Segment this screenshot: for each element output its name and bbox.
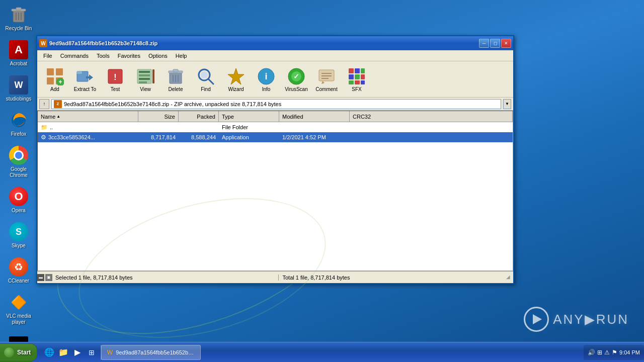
table-row[interactable]: ⚙ 3cc33ce5853624... 8,717,814 8,588,244 … — [38, 132, 513, 142]
menu-commands[interactable]: Commands — [56, 52, 93, 60]
system-clock: 9:04 PM — [619, 349, 640, 355]
desktop-icon-vlc[interactable]: 🔶 VLC media player — [3, 290, 35, 327]
menu-tools[interactable]: Tools — [93, 52, 114, 60]
find-button[interactable]: Find — [191, 63, 220, 96]
file-list-header: Name ▲ Size Packed Type Modified — [38, 111, 513, 122]
test-icon: ! — [106, 67, 124, 85]
skype-label: Skype — [12, 243, 26, 249]
tray-flag-icon[interactable]: ⚑ — [612, 349, 617, 356]
file-type-cell: File Folder — [219, 124, 279, 130]
view-button[interactable]: View — [131, 63, 160, 96]
virusscan-button[interactable]: ✓ VirusScan — [282, 63, 311, 96]
wizard-icon — [227, 67, 245, 85]
desktop-icon-acrobat[interactable]: A Acrobat — [3, 38, 35, 69]
address-bar: ↑ Z 9ed9ad87a1564fbb5e1b652b3e7148c8.zip… — [37, 98, 513, 111]
navigate-up-button[interactable]: ↑ — [39, 99, 49, 109]
minimize-button[interactable]: ─ — [479, 39, 489, 48]
tray-volume-icon[interactable]: 🔊 — [588, 349, 595, 356]
svg-rect-52 — [355, 80, 360, 84]
svg-rect-24 — [152, 69, 154, 83]
recycle-bin-label: Recycle Bin — [6, 26, 32, 32]
skype-icon: S — [9, 222, 29, 242]
window-controls: ─ ◻ ✕ — [479, 39, 511, 48]
desktop-icon-ccleaner[interactable]: ♻ CCleaner — [3, 255, 35, 286]
quick-launch-switch-icon[interactable]: ⊞ — [86, 346, 98, 358]
menu-favorites[interactable]: Favorites — [114, 52, 144, 60]
col-header-size[interactable]: Size — [138, 111, 179, 122]
status-bar: ▬ ▣ Selected 1 file, 8,717,814 bytes Tot… — [37, 271, 513, 283]
start-button[interactable]: Start — [0, 343, 37, 361]
svg-marker-34 — [228, 68, 244, 84]
desktop-icon-studiobings[interactable]: W studiobings — [3, 73, 35, 104]
quick-launch-ie-icon[interactable]: 🌐 — [43, 346, 55, 358]
svg-rect-2 — [16, 8, 21, 10]
file-size-cell: 8,717,814 — [138, 134, 179, 140]
delete-icon — [167, 67, 185, 85]
desktop-icon-chrome[interactable]: Google Chrome — [3, 143, 35, 180]
delete-button[interactable]: Delete — [161, 63, 190, 96]
virusscan-label: VirusScan — [285, 86, 307, 92]
col-header-modified[interactable]: Modified — [279, 111, 350, 122]
menu-options[interactable]: Options — [144, 52, 172, 60]
chrome-icon — [9, 145, 29, 165]
info-button[interactable]: i Info — [252, 63, 281, 96]
info-icon: i — [257, 67, 275, 85]
quick-launch-folder-icon[interactable]: 📁 — [57, 346, 69, 358]
desktop-icon-skype[interactable]: S Skype — [3, 220, 35, 251]
close-button[interactable]: ✕ — [501, 39, 511, 48]
start-label: Start — [17, 349, 31, 356]
taskbar-winrar-item[interactable]: W 9ed9ad87a1564fbb5e1b652b3e7148c8.zip — [101, 345, 201, 360]
desktop-icon-recycle-bin[interactable]: Recycle Bin — [3, 3, 35, 34]
taskbar-tasks: W 9ed9ad87a1564fbb5e1b652b3e7148c8.zip — [101, 345, 584, 360]
desktop-icon-opera[interactable]: O Opera — [3, 185, 35, 216]
opera-icon: O — [9, 187, 29, 207]
table-row[interactable]: 📁 .. File Folder — [38, 122, 513, 132]
window-title: 9ed9ad87a1564fbb5e1b652b3e7148c8.zip — [49, 40, 477, 46]
svg-rect-9 — [47, 77, 54, 84]
wizard-button[interactable]: Wizard — [221, 63, 251, 96]
svg-rect-8 — [56, 68, 63, 75]
desktop-icon-firefox[interactable]: Firefox — [3, 108, 35, 139]
opera-label: Opera — [12, 208, 26, 214]
tray-shield-icon[interactable]: ⚠ — [604, 349, 610, 356]
taskbar: Start 🌐 📁 ▶ ⊞ W 9ed9ad87a1564fbb5e1b652b… — [0, 342, 644, 362]
resize-handle[interactable]: ◢ — [506, 274, 513, 281]
comment-button[interactable]: Comment — [312, 63, 341, 96]
start-orb-icon — [4, 347, 14, 357]
quick-launch-media-icon[interactable]: ▶ — [71, 346, 84, 358]
tray-network-icon[interactable]: ⊞ — [597, 349, 602, 356]
delete-label: Delete — [169, 86, 183, 92]
col-header-type[interactable]: Type — [219, 111, 279, 122]
comment-label: Comment — [315, 86, 337, 92]
find-icon — [197, 67, 215, 85]
sfx-button[interactable]: SFX — [342, 63, 371, 96]
anyrun-watermark: ANY▶RUN — [524, 307, 629, 332]
svg-text:✓: ✓ — [293, 72, 299, 80]
firefox-icon — [9, 110, 29, 130]
svg-rect-14 — [77, 71, 82, 74]
svg-rect-46 — [355, 68, 360, 73]
col-header-packed[interactable]: Packed — [179, 111, 219, 122]
svg-text:i: i — [265, 71, 267, 81]
acrobat-icon: A — [9, 40, 29, 60]
app-icon: ⚙ — [41, 134, 46, 141]
menu-bar: File Commands Tools Favorites Options He… — [37, 50, 513, 61]
menu-help[interactable]: Help — [172, 52, 191, 60]
menu-file[interactable]: File — [39, 52, 56, 60]
address-dropdown-button[interactable]: ▼ — [503, 99, 511, 109]
address-field[interactable]: Z 9ed9ad87a1564fbb5e1b652b3e7148c8.zip -… — [51, 99, 501, 109]
vlc-label: VLC media player — [5, 313, 33, 325]
sort-arrow-name: ▲ — [56, 114, 60, 119]
test-button[interactable]: ! Test — [101, 63, 130, 96]
col-header-crc32[interactable]: CRC32 — [350, 111, 513, 122]
restore-button[interactable]: ◻ — [490, 39, 500, 48]
svg-rect-50 — [361, 74, 365, 79]
desktop: Recycle Bin A Acrobat W studiobings — [0, 0, 644, 362]
add-button[interactable]: + Add — [40, 63, 69, 96]
extract-to-button[interactable]: Extract To — [70, 63, 100, 96]
svg-rect-49 — [355, 74, 360, 79]
acrobat-label: Acrobat — [10, 61, 27, 67]
svg-rect-53 — [361, 80, 365, 84]
col-header-name[interactable]: Name ▲ — [38, 111, 138, 122]
toolbar: + Add Extract To — [37, 61, 513, 98]
